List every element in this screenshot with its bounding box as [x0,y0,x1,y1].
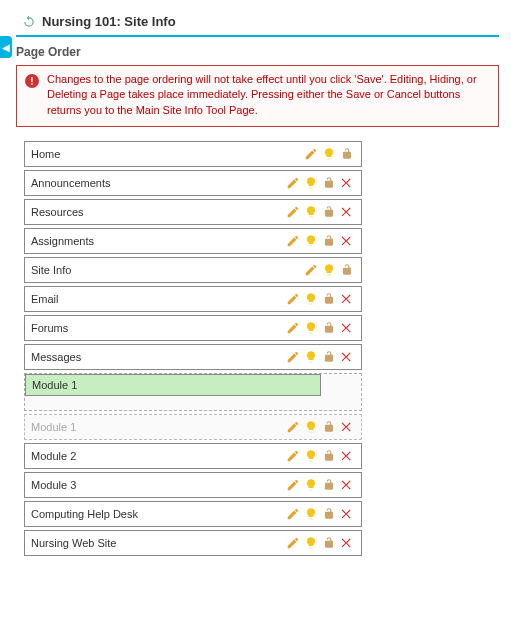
row-actions [303,262,355,278]
visibility-icon[interactable] [303,233,319,249]
row-actions [285,419,355,435]
visibility-icon[interactable] [321,262,337,278]
title-bar: Nursing 101: Site Info [16,10,499,37]
edit-icon[interactable] [285,506,301,522]
warning-alert: ! Changes to the page ordering will not … [16,65,499,127]
delete-icon[interactable] [339,175,355,191]
row-label: Module 2 [31,450,285,462]
visibility-icon[interactable] [303,291,319,307]
section-title: Page Order [16,45,499,59]
row-label: Module 3 [31,479,285,491]
row-actions [285,477,355,493]
lock-icon[interactable] [321,419,337,435]
delete-icon[interactable] [339,506,355,522]
visibility-icon[interactable] [303,477,319,493]
collapse-tab[interactable]: ◀ [0,36,12,58]
page-row[interactable]: Site Info [24,257,362,283]
delete-icon[interactable] [339,477,355,493]
visibility-icon[interactable] [303,419,319,435]
page-row[interactable]: Home [24,141,362,167]
visibility-icon[interactable] [303,320,319,336]
delete-icon[interactable] [339,535,355,551]
page-row[interactable]: Forums [24,315,362,341]
row-actions [285,349,355,365]
edit-icon[interactable] [285,535,301,551]
edit-icon[interactable] [285,291,301,307]
row-actions [285,448,355,464]
row-label: Module 1 [31,421,285,433]
dragging-row[interactable]: Module 1 [25,374,321,396]
page-row[interactable]: Messages [24,344,362,370]
visibility-icon[interactable] [303,175,319,191]
visibility-icon[interactable] [303,448,319,464]
row-actions [285,233,355,249]
page-title: Nursing 101: Site Info [42,14,176,29]
page-row[interactable]: Computing Help Desk [24,501,362,527]
visibility-icon[interactable] [321,146,337,162]
lock-icon[interactable] [321,477,337,493]
edit-icon[interactable] [285,349,301,365]
edit-icon[interactable] [303,146,319,162]
page-order-list: Home Announcements Resources Assignments [24,141,499,556]
delete-icon[interactable] [339,233,355,249]
delete-icon[interactable] [339,448,355,464]
lock-icon[interactable] [321,291,337,307]
row-actions [285,535,355,551]
row-label: Messages [31,351,285,363]
lock-icon[interactable] [321,349,337,365]
delete-icon[interactable] [339,419,355,435]
lock-icon[interactable] [339,262,355,278]
lock-icon[interactable] [321,448,337,464]
edit-icon[interactable] [285,448,301,464]
page-row[interactable]: Module 2 [24,443,362,469]
edit-icon[interactable] [285,419,301,435]
lock-icon[interactable] [339,146,355,162]
row-actions [303,146,355,162]
edit-icon[interactable] [285,175,301,191]
row-label: Module 1 [32,379,77,391]
visibility-icon[interactable] [303,535,319,551]
edit-icon[interactable] [285,320,301,336]
row-actions [285,506,355,522]
delete-icon[interactable] [339,291,355,307]
row-label: Announcements [31,177,285,189]
page-row[interactable]: Assignments [24,228,362,254]
page-row[interactable]: Announcements [24,170,362,196]
row-label: Nursing Web Site [31,537,285,549]
warning-message: Changes to the page ordering will not ta… [47,72,490,118]
lock-icon[interactable] [321,506,337,522]
delete-icon[interactable] [339,204,355,220]
row-label: Site Info [31,264,303,276]
edit-icon[interactable] [285,233,301,249]
page-row[interactable]: Email [24,286,362,312]
row-actions [285,204,355,220]
lock-icon[interactable] [321,320,337,336]
row-label: Assignments [31,235,285,247]
row-label: Resources [31,206,285,218]
row-actions [285,175,355,191]
delete-icon[interactable] [339,320,355,336]
drop-placeholder[interactable]: Module 1 [24,373,362,411]
visibility-icon[interactable] [303,204,319,220]
refresh-icon[interactable] [22,15,36,29]
edit-icon[interactable] [285,477,301,493]
visibility-icon[interactable] [303,349,319,365]
page-row[interactable]: Module 3 [24,472,362,498]
lock-icon[interactable] [321,175,337,191]
delete-icon[interactable] [339,349,355,365]
lock-icon[interactable] [321,233,337,249]
row-label: Forums [31,322,285,334]
lock-icon[interactable] [321,535,337,551]
page-row[interactable]: Module 1 [24,414,362,440]
warning-icon: ! [25,74,39,88]
page-row[interactable]: Nursing Web Site [24,530,362,556]
visibility-icon[interactable] [303,506,319,522]
lock-icon[interactable] [321,204,337,220]
page-row[interactable]: Resources [24,199,362,225]
row-label: Computing Help Desk [31,508,285,520]
edit-icon[interactable] [285,204,301,220]
row-actions [285,320,355,336]
row-actions [285,291,355,307]
row-label: Home [31,148,303,160]
edit-icon[interactable] [303,262,319,278]
